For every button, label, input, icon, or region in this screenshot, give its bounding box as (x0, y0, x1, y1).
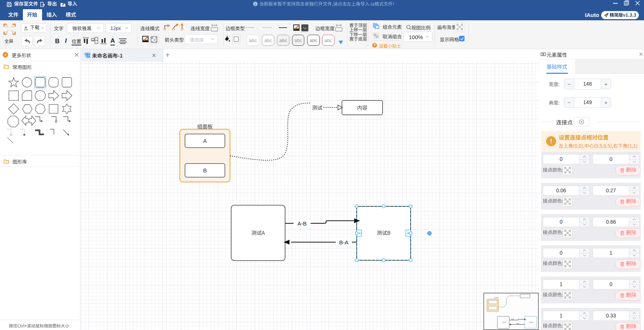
svg-text:A-B: A-B (297, 220, 306, 227)
svg-text:B-A: B-A (517, 323, 519, 324)
svg-text:B: B (203, 167, 207, 173)
svg-text:+: + (358, 231, 361, 236)
svg-text:A: A (203, 138, 207, 144)
svg-text:A-B: A-B (511, 318, 514, 320)
svg-text:B-A: B-A (339, 239, 348, 245)
